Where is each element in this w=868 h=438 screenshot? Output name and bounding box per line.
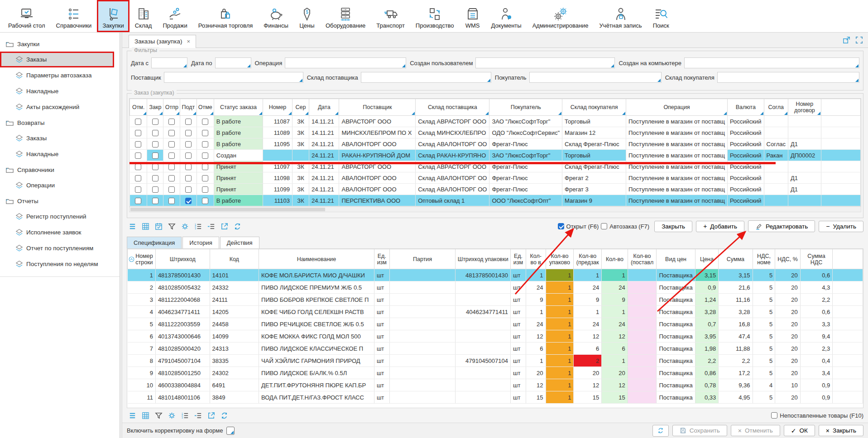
spec-column-unit[interactable]: Ед. изм bbox=[374, 249, 389, 269]
spec-tool-list-del-icon[interactable] bbox=[192, 410, 203, 420]
spec-column-name[interactable]: Наименование bbox=[259, 249, 374, 269]
filter-input-field[interactable] bbox=[361, 72, 491, 82]
order-flag-checkbox[interactable] bbox=[152, 186, 158, 193]
order-flag-cell[interactable] bbox=[147, 184, 163, 195]
orders-tool-calendar-icon[interactable] bbox=[153, 221, 164, 231]
sidebar-item-1-1[interactable]: Накладные bbox=[0, 146, 114, 162]
sidebar-section-1[interactable]: Возвраты bbox=[0, 115, 120, 130]
order-flag-cell[interactable] bbox=[197, 127, 214, 138]
spec-tool-list-view-icon[interactable] bbox=[127, 410, 138, 420]
order-flag-cell[interactable] bbox=[197, 138, 214, 150]
spec-row-1[interactable]: 2481028500543224332ПИВО ЛИДСКОЕ ПРЕМИУМ … bbox=[128, 281, 863, 294]
filter-input-field[interactable] bbox=[530, 72, 661, 82]
sidebar-section-3[interactable]: Отчеты bbox=[0, 193, 120, 209]
filter-input-field[interactable] bbox=[216, 58, 251, 68]
close-button[interactable]: ×Закрыть bbox=[819, 425, 863, 436]
orders-tool-export-icon[interactable] bbox=[219, 221, 230, 231]
order-flag-cell[interactable] bbox=[130, 138, 147, 150]
order-flag-checkbox[interactable] bbox=[168, 198, 175, 204]
spec-column-qty_pre[interactable]: Кол-во (предзак bbox=[574, 249, 602, 269]
toolbar-item-references[interactable]: Справочники bbox=[51, 0, 97, 32]
toolbar-item-account[interactable]: Учётная запись bbox=[594, 0, 647, 32]
order-flag-checkbox[interactable] bbox=[202, 186, 208, 193]
toolbar-item-search[interactable]: Поиск bbox=[647, 0, 675, 32]
tab-orders-purchase[interactable]: Заказы (закупка) × bbox=[129, 35, 196, 48]
filter-input-1-2[interactable] bbox=[529, 72, 662, 83]
filter-input-0-2[interactable] bbox=[285, 57, 406, 68]
cancel-button[interactable]: ×Отменить bbox=[731, 425, 780, 436]
order-row-0[interactable]: В работе11087ЗК14.11.21АВРАСТОРГ ОООСкла… bbox=[130, 116, 861, 127]
order-flag-checkbox[interactable] bbox=[135, 198, 141, 204]
autoorder-checkbox[interactable] bbox=[601, 223, 607, 229]
sidebar-item-0-1[interactable]: Параметры автозаказа bbox=[0, 67, 114, 83]
order-row-3[interactable]: Создан24.11.21РАКАН-КРУПЯНОЙ ДОМСклад РА… bbox=[130, 150, 861, 161]
order-flag-checkbox[interactable] bbox=[135, 152, 141, 159]
order-flag-checkbox[interactable] bbox=[168, 175, 175, 181]
orders-column-contract[interactable]: Номер договор bbox=[788, 99, 821, 116]
sidebar-item-3-2[interactable]: Отчет по поступлениям bbox=[0, 240, 114, 256]
order-flag-cell[interactable] bbox=[130, 127, 147, 138]
order-flag-checkbox[interactable] bbox=[135, 186, 141, 193]
order-flag-checkbox[interactable] bbox=[202, 130, 208, 136]
order-flag-checkbox[interactable] bbox=[152, 198, 158, 204]
spec-row-5[interactable]: 6401374300064614099КОФЕ МОККА ФИКС ГОЛД … bbox=[128, 330, 863, 343]
sidebar-item-0-0[interactable]: Заказы bbox=[0, 52, 114, 67]
order-flag-checkbox[interactable] bbox=[185, 152, 192, 159]
toolbar-item-wms[interactable]: WMS bbox=[460, 0, 486, 32]
order-flag-checkbox[interactable] bbox=[185, 198, 192, 204]
autoorder-checkbox-group[interactable]: Автозаказ (F7) bbox=[601, 223, 649, 230]
spec-tool-refresh-cycle-icon[interactable] bbox=[219, 410, 230, 420]
order-flag-cell[interactable] bbox=[130, 184, 147, 195]
orders-hscrollbar[interactable] bbox=[129, 207, 861, 212]
spec-column-qty_pack[interactable]: Кол-во упаково bbox=[546, 249, 574, 269]
order-flag-cell[interactable] bbox=[197, 150, 214, 161]
order-flag-checkbox[interactable] bbox=[185, 130, 192, 136]
toolbar-item-prices[interactable]: $Цены bbox=[294, 0, 320, 32]
undelivered-checkbox[interactable] bbox=[771, 412, 777, 419]
spec-row-8[interactable]: 9481028500125024302ПИВО ЛИДСКОЕ Б/АЛК.% … bbox=[128, 367, 863, 379]
toolbar-item-equipment[interactable]: Оборудование bbox=[320, 0, 371, 32]
spec-column-qty_in[interactable]: Кол-во в bbox=[526, 249, 546, 269]
order-flag-checkbox[interactable] bbox=[185, 119, 192, 125]
close-order-button[interactable]: Закрыть bbox=[654, 221, 692, 232]
order-flag-checkbox[interactable] bbox=[152, 175, 158, 181]
order-flag-cell[interactable] bbox=[197, 184, 214, 195]
order-flag-checkbox[interactable] bbox=[168, 119, 175, 125]
spec-tool-list-num-icon[interactable]: 123 bbox=[179, 410, 190, 420]
spec-tool-gear-icon[interactable] bbox=[166, 410, 177, 420]
order-flag-checkbox[interactable] bbox=[168, 164, 175, 170]
filter-input-0-4[interactable] bbox=[684, 57, 859, 68]
spec-column-price_kind[interactable]: Вид цен bbox=[657, 249, 695, 269]
filter-input-0-3[interactable] bbox=[475, 57, 615, 68]
order-flag-checkbox[interactable] bbox=[168, 130, 175, 136]
orders-tool-list-num-icon[interactable]: 123 bbox=[192, 221, 203, 231]
orders-column-f2[interactable]: Отпр bbox=[163, 99, 180, 116]
orders-column-f1[interactable]: Закр bbox=[147, 99, 163, 116]
orders-tool-list-del-icon[interactable] bbox=[206, 221, 216, 231]
order-flag-cell[interactable] bbox=[180, 116, 197, 127]
order-flag-cell[interactable] bbox=[130, 172, 147, 184]
spec-tab-history[interactable]: История bbox=[182, 237, 219, 248]
toolbar-item-documents[interactable]: Документы bbox=[486, 0, 527, 32]
toolbar-item-purchases[interactable]: Закупки bbox=[97, 0, 129, 32]
sidebar-item-0-2[interactable]: Накладные bbox=[0, 83, 114, 99]
order-flag-cell[interactable] bbox=[130, 195, 147, 206]
order-flag-checkbox[interactable] bbox=[168, 141, 175, 148]
orders-column-supplier_store[interactable]: Склад поставщика bbox=[416, 99, 489, 116]
toolbar-item-transport[interactable]: Транспорт bbox=[371, 0, 410, 32]
spec-column-pack_barcode[interactable]: Штрихкод упаковки bbox=[456, 249, 511, 269]
spec-column-n[interactable]: Номер строки bbox=[128, 249, 156, 269]
correction-checkbox[interactable] bbox=[226, 427, 235, 435]
orders-column-f4[interactable]: Отме bbox=[197, 99, 214, 116]
toolbar-item-warehouse[interactable]: Склад bbox=[129, 0, 158, 32]
refresh-button[interactable] bbox=[652, 425, 669, 437]
order-flag-cell[interactable] bbox=[163, 150, 180, 161]
filter-input-1-1[interactable] bbox=[361, 72, 491, 83]
orders-tool-filter-icon[interactable] bbox=[166, 221, 177, 231]
edit-order-button[interactable]: Редактировать bbox=[748, 220, 815, 232]
spec-column-unit2[interactable]: Ед. изм bbox=[511, 249, 526, 269]
orders-column-status[interactable]: Статус заказа bbox=[214, 99, 263, 116]
filter-input-field[interactable] bbox=[476, 58, 614, 68]
order-flag-cell[interactable] bbox=[163, 184, 180, 195]
spec-tool-export-icon[interactable] bbox=[206, 410, 216, 420]
